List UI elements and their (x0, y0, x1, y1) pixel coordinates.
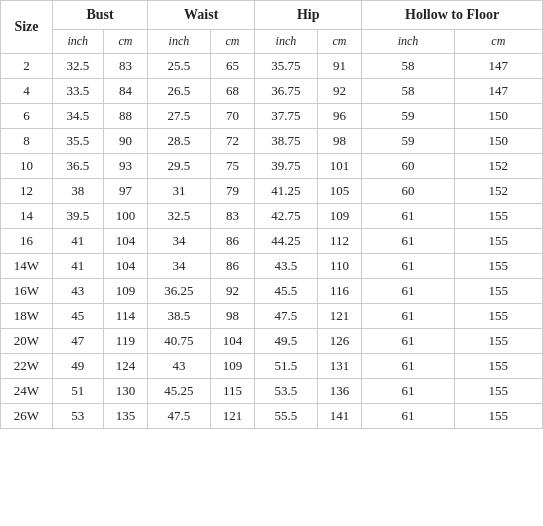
size-cell: 14 (1, 204, 53, 229)
data-cell: 53.5 (255, 379, 317, 404)
data-cell: 47.5 (148, 404, 210, 429)
data-cell: 34.5 (53, 104, 104, 129)
data-cell: 36.75 (255, 79, 317, 104)
data-cell: 35.75 (255, 54, 317, 79)
data-cell: 155 (454, 254, 542, 279)
table-row: 835.59028.57238.759859150 (1, 129, 543, 154)
data-cell: 112 (317, 229, 362, 254)
size-cell: 18W (1, 304, 53, 329)
data-cell: 39.75 (255, 154, 317, 179)
data-cell: 65 (210, 54, 255, 79)
data-cell: 49.5 (255, 329, 317, 354)
data-cell: 121 (210, 404, 255, 429)
data-cell: 51 (53, 379, 104, 404)
data-cell: 92 (210, 279, 255, 304)
data-cell: 116 (317, 279, 362, 304)
size-cell: 2 (1, 54, 53, 79)
data-cell: 25.5 (148, 54, 210, 79)
data-cell: 59 (362, 129, 454, 154)
table-row: 26W5313547.512155.514161155 (1, 404, 543, 429)
data-cell: 47.5 (255, 304, 317, 329)
subheader-row: inch cm inch cm inch cm inch cm (1, 30, 543, 54)
data-cell: 147 (454, 79, 542, 104)
data-cell: 45.5 (255, 279, 317, 304)
data-cell: 115 (210, 379, 255, 404)
data-cell: 131 (317, 354, 362, 379)
data-cell: 150 (454, 104, 542, 129)
data-cell: 40.75 (148, 329, 210, 354)
data-cell: 61 (362, 254, 454, 279)
data-cell: 130 (103, 379, 148, 404)
data-cell: 61 (362, 404, 454, 429)
data-cell: 60 (362, 179, 454, 204)
data-cell: 155 (454, 354, 542, 379)
table-body: 232.58325.56535.759158147433.58426.56836… (1, 54, 543, 429)
data-cell: 27.5 (148, 104, 210, 129)
table-row: 232.58325.56535.759158147 (1, 54, 543, 79)
data-cell: 61 (362, 279, 454, 304)
data-cell: 93 (103, 154, 148, 179)
data-cell: 97 (103, 179, 148, 204)
table-row: 634.58827.57037.759659150 (1, 104, 543, 129)
data-cell: 79 (210, 179, 255, 204)
data-cell: 70 (210, 104, 255, 129)
data-cell: 121 (317, 304, 362, 329)
data-cell: 90 (103, 129, 148, 154)
data-cell: 51.5 (255, 354, 317, 379)
table-row: 22W491244310951.513161155 (1, 354, 543, 379)
data-cell: 147 (454, 54, 542, 79)
table-row: 20W4711940.7510449.512661155 (1, 329, 543, 354)
data-cell: 86 (210, 254, 255, 279)
data-cell: 109 (317, 204, 362, 229)
table-row: 1641104348644.2511261155 (1, 229, 543, 254)
size-cell: 24W (1, 379, 53, 404)
size-cell: 14W (1, 254, 53, 279)
data-cell: 60 (362, 154, 454, 179)
size-cell: 16 (1, 229, 53, 254)
header-row: Size Bust Waist Hip Hollow to Floor (1, 1, 543, 30)
table-row: 18W4511438.59847.512161155 (1, 304, 543, 329)
data-cell: 104 (103, 229, 148, 254)
data-cell: 61 (362, 354, 454, 379)
data-cell: 155 (454, 379, 542, 404)
data-cell: 61 (362, 329, 454, 354)
hollow-to-floor-header: Hollow to Floor (362, 1, 543, 30)
data-cell: 43 (53, 279, 104, 304)
data-cell: 96 (317, 104, 362, 129)
waist-cm-header: cm (210, 30, 255, 54)
data-cell: 119 (103, 329, 148, 354)
size-cell: 16W (1, 279, 53, 304)
data-cell: 109 (210, 354, 255, 379)
data-cell: 86 (210, 229, 255, 254)
data-cell: 42.75 (255, 204, 317, 229)
data-cell: 98 (317, 129, 362, 154)
waist-inch-header: inch (148, 30, 210, 54)
table-row: 24W5113045.2511553.513661155 (1, 379, 543, 404)
data-cell: 37.75 (255, 104, 317, 129)
data-cell: 41.25 (255, 179, 317, 204)
data-cell: 109 (103, 279, 148, 304)
htf-inch-header: inch (362, 30, 454, 54)
data-cell: 33.5 (53, 79, 104, 104)
data-cell: 92 (317, 79, 362, 104)
data-cell: 155 (454, 304, 542, 329)
data-cell: 38 (53, 179, 104, 204)
data-cell: 39.5 (53, 204, 104, 229)
data-cell: 124 (103, 354, 148, 379)
data-cell: 26.5 (148, 79, 210, 104)
data-cell: 28.5 (148, 129, 210, 154)
data-cell: 155 (454, 204, 542, 229)
data-cell: 126 (317, 329, 362, 354)
data-cell: 38.75 (255, 129, 317, 154)
table-row: 123897317941.2510560152 (1, 179, 543, 204)
data-cell: 43 (148, 354, 210, 379)
data-cell: 141 (317, 404, 362, 429)
table-row: 1036.59329.57539.7510160152 (1, 154, 543, 179)
size-cell: 8 (1, 129, 53, 154)
hip-inch-header: inch (255, 30, 317, 54)
data-cell: 100 (103, 204, 148, 229)
data-cell: 41 (53, 254, 104, 279)
data-cell: 61 (362, 229, 454, 254)
data-cell: 83 (210, 204, 255, 229)
size-chart: Size Bust Waist Hip Hollow to Floor inch… (0, 0, 543, 429)
